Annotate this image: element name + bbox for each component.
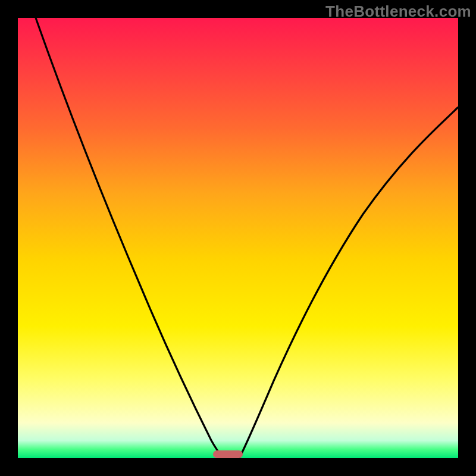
chart-frame: TheBottleneck.com <box>0 0 476 476</box>
left-curve <box>36 18 225 458</box>
watermark-text: TheBottleneck.com <box>325 2 471 21</box>
optimum-marker <box>213 450 243 458</box>
curve-layer <box>18 18 458 458</box>
right-curve <box>239 107 458 458</box>
